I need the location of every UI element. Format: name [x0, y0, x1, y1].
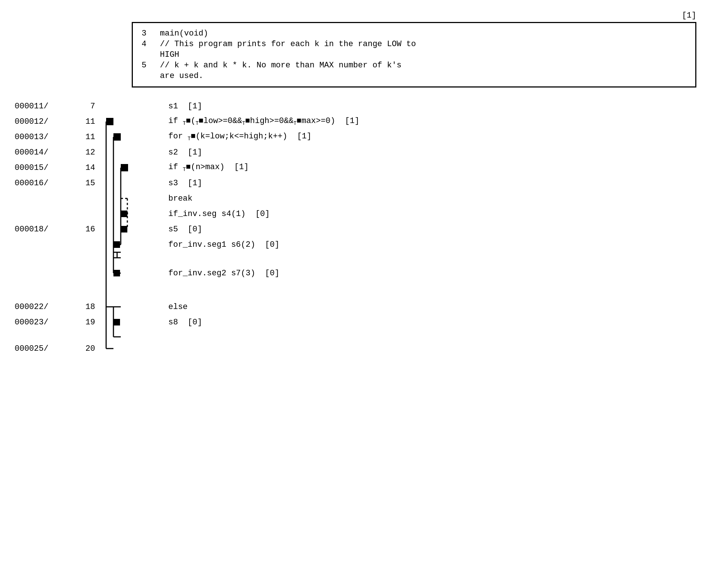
addr-s5: 000018/ [15, 225, 73, 234]
cline-text-4: // k + k and k * k. No more than MAX num… [160, 61, 401, 70]
linenum-s1: 7 [73, 102, 102, 111]
row-h-spacer [15, 252, 696, 265]
flow-if-inv [102, 211, 168, 217]
cline-num-1: 3 [142, 29, 160, 38]
cline-num-2: 4 [142, 40, 160, 49]
addr-if: 000012/ [15, 117, 73, 126]
addr-s8: 000023/ [15, 318, 73, 327]
code-s1: s1 [1] [168, 102, 202, 111]
linenum-s3: 15 [73, 179, 102, 188]
marker-for-inv1 [113, 241, 120, 248]
cline-num-4: 5 [142, 61, 160, 70]
linenum-if2: 14 [73, 163, 102, 172]
code-break: break [168, 194, 192, 203]
comment-line-3: HIGH [142, 50, 686, 59]
marker-s5 [121, 226, 127, 232]
code-s5: s5 [0] [168, 225, 202, 234]
comment-left-spacer [15, 22, 132, 88]
main-container: [1] 3 main(void) 4 // This program print… [7, 7, 704, 360]
row-if: 000012/ 11 if T■(T■low>=0&&T■high>=0&&T■… [15, 114, 696, 129]
flow-s5 [102, 226, 168, 232]
gap-row-2 [15, 330, 696, 341]
row-break: break [15, 191, 696, 206]
cline-num-3 [142, 50, 160, 59]
code-if2: if T■(n>max) [1] [168, 163, 249, 172]
linenum-else: 18 [73, 302, 102, 312]
comment-line-5: are used. [142, 71, 686, 81]
row-end: 000025/ 20 [15, 341, 696, 356]
code-s8: s8 [0] [168, 318, 202, 327]
code-else: else [168, 302, 188, 312]
linenum-if: 11 [73, 117, 102, 126]
addr-s3: 000016/ [15, 179, 73, 188]
comment-line-4: 5 // k + k and k * k. No more than MAX n… [142, 61, 686, 70]
row-s1: 000011/ 7 s1 [1] [15, 98, 696, 114]
row-s3: 000016/ 15 s3 [1] [15, 175, 696, 191]
comment-box: 3 main(void) 4 // This program prints fo… [132, 22, 696, 88]
code-for-inv1: for_inv.seg1 s6(2) [0] [168, 240, 280, 249]
addr-end: 000025/ [15, 344, 73, 353]
row-if-inv: if_inv.seg s4(1) [0] [15, 206, 696, 222]
flow-for-inv2 [102, 270, 168, 276]
linenum-s2: 12 [73, 148, 102, 157]
linenum-s5: 16 [73, 225, 102, 234]
row-for-inv1: for_inv.seg1 s6(2) [0] [15, 237, 696, 252]
comment-line-2: 4 // This program prints for each k in t… [142, 40, 686, 49]
cline-num-5 [142, 71, 160, 81]
linenum-s8: 19 [73, 318, 102, 327]
top-ref-label: [1] [682, 11, 696, 20]
addr-if2: 000015/ [15, 163, 73, 172]
comment-section: 3 main(void) 4 // This program prints fo… [15, 22, 696, 88]
code-if: if T■(T■low>=0&&T■high>=0&&T■max>=0) [1] [168, 116, 359, 126]
flow-if2 [102, 164, 168, 171]
addr-s1: 000011/ [15, 102, 73, 111]
marker-for [113, 133, 121, 141]
marker-if-inv [121, 211, 127, 217]
flow-if [102, 118, 168, 125]
row-s8: 000023/ 19 s8 [0] [15, 315, 696, 330]
gap-row [15, 281, 696, 299]
flow-for [102, 133, 168, 141]
row-else: 000022/ 18 else [15, 299, 696, 315]
addr-for: 000013/ [15, 133, 73, 142]
linenum-for: 11 [73, 133, 102, 142]
marker-if2 [121, 164, 128, 171]
row-s2: 000014/ 12 s2 [1] [15, 145, 696, 160]
code-s2: s2 [1] [168, 148, 202, 157]
row-if2: 000015/ 14 if T■(n>max) [1] [15, 160, 696, 175]
row-for: 000013/ 11 for T■(k=low;k<=high;k++) [1] [15, 129, 696, 145]
comment-line-1: 3 main(void) [142, 29, 686, 38]
top-reference: [1] [15, 11, 696, 20]
code-for: for T■(k=low;k<=high;k++) [1] [168, 132, 311, 142]
row-s5: 000018/ 16 s5 [0] [15, 222, 696, 237]
marker-if [106, 118, 113, 125]
code-if-inv: if_inv.seg s4(1) [0] [168, 209, 270, 219]
addr-else: 000022/ [15, 302, 73, 312]
code-for-inv2: for_inv.seg2 s7(3) [0] [168, 269, 280, 278]
cline-text-2: // This program prints for each k in the… [160, 40, 416, 49]
marker-for-inv2 [113, 270, 120, 276]
addr-s2: 000014/ [15, 148, 73, 157]
marker-s8 [113, 319, 120, 325]
row-for-inv2: for_inv.seg2 s7(3) [0] [15, 265, 696, 281]
flow-for-inv1 [102, 241, 168, 248]
cline-text-5: are used. [160, 71, 203, 81]
cline-text-3: HIGH [160, 50, 179, 59]
cline-text-1: main(void) [160, 29, 208, 38]
linenum-end: 20 [73, 344, 102, 353]
code-section: 000011/ 7 s1 [1] 000012/ 11 if T■(T■low>… [15, 98, 696, 356]
code-s3: s3 [1] [168, 179, 202, 188]
flow-s8 [102, 319, 168, 325]
